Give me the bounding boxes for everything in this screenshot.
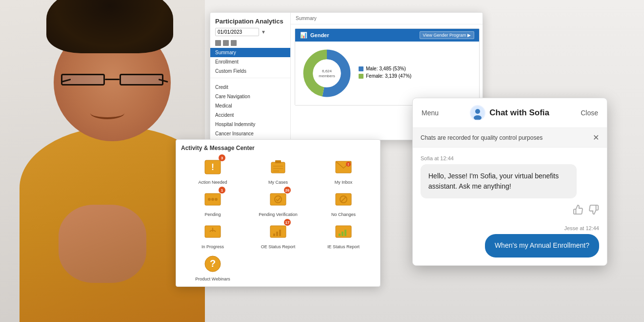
in-progress-label: In Progress bbox=[201, 244, 224, 249]
analytics-nav-custom-fields[interactable]: Custom Fields bbox=[210, 66, 290, 76]
jesse-timestamp: Jesse at 12:44 bbox=[421, 225, 599, 231]
list-item[interactable]: ! My Inbox bbox=[312, 156, 375, 185]
gender-title: Gender bbox=[310, 32, 329, 38]
action-needed-label: Action Needed bbox=[198, 180, 227, 185]
female-label: Female: 3,139 (47%) bbox=[366, 73, 411, 79]
gender-donut-chart: 6,624 members bbox=[300, 46, 354, 100]
activity-grid: ! 3 Action Needed My Cases bbox=[181, 156, 375, 281]
in-progress-icon bbox=[203, 222, 222, 241]
jesse-message-row: When's my Annual Enrollment? bbox=[421, 234, 599, 258]
list-item[interactable]: IE Status Report bbox=[312, 221, 375, 249]
sofia-avatar-icon bbox=[471, 106, 484, 120]
jesse-message-bubble: When's my Annual Enrollment? bbox=[485, 234, 599, 258]
svg-rect-25 bbox=[273, 234, 275, 236]
list-item[interactable]: My Cases bbox=[246, 156, 310, 185]
sofia-avatar bbox=[470, 105, 485, 121]
svg-rect-29 bbox=[339, 234, 341, 236]
my-cases-icon-wrap bbox=[267, 156, 289, 178]
analytics-nav-medical[interactable]: Medical bbox=[210, 101, 290, 110]
nav-separator bbox=[210, 78, 290, 81]
analytics-nav-summary[interactable]: Summary bbox=[210, 48, 290, 57]
oe-status-label: OE Status Report bbox=[261, 244, 296, 249]
sofia-message-bubble: Hello, Jesse! I'm Sofia, your virtual be… bbox=[421, 164, 577, 198]
svg-point-35 bbox=[475, 109, 480, 114]
product-webinars-label: Product Webinars bbox=[195, 277, 230, 281]
my-cases-icon bbox=[268, 157, 288, 177]
svg-rect-6 bbox=[275, 160, 281, 163]
person-hair bbox=[46, 0, 173, 53]
chat-notice-close-button[interactable]: ✕ bbox=[593, 133, 599, 142]
chat-close-button[interactable]: Close bbox=[581, 109, 598, 117]
bar-chart-icon: 📊 bbox=[300, 32, 307, 39]
analytics-date-dropdown[interactable]: ▼ bbox=[261, 29, 266, 35]
gender-header: 📊 Gender View Gender Program ▶ bbox=[295, 29, 479, 42]
chat-header: Menu Chat with Sofia Close bbox=[413, 98, 607, 128]
svg-rect-5 bbox=[271, 162, 285, 173]
pending-verification-badge: 26 bbox=[284, 187, 291, 193]
inbox-icon-wrap: ! bbox=[333, 156, 354, 178]
pending-badge: 1 bbox=[219, 187, 225, 193]
pending-verification-label: Pending Verification bbox=[259, 212, 298, 217]
svg-rect-30 bbox=[342, 232, 343, 236]
ie-status-report-icon bbox=[334, 222, 353, 241]
product-webinars-icon: ? bbox=[203, 254, 222, 274]
toolbar-icon-2[interactable] bbox=[223, 40, 229, 46]
analytics-nav: Participation Analytics ▼ Summary Enroll… bbox=[210, 13, 291, 140]
thumbs-down-button[interactable] bbox=[588, 204, 599, 217]
list-item[interactable]: ! 3 Action Needed bbox=[181, 156, 244, 185]
thumbs-up-button[interactable] bbox=[573, 204, 584, 217]
analytics-date-input[interactable] bbox=[215, 28, 259, 36]
pending-verification-icon-wrap: 26 bbox=[267, 189, 289, 210]
list-item[interactable]: 17 OE Status Report bbox=[246, 221, 310, 249]
pending-label: Pending bbox=[204, 212, 221, 217]
action-needed-icon-wrap: ! 3 bbox=[202, 156, 223, 178]
male-dot bbox=[359, 66, 363, 71]
toolbar-icon-3[interactable] bbox=[231, 40, 237, 46]
analytics-nav-care-navigation[interactable]: Care Navigation bbox=[210, 92, 290, 101]
list-item[interactable]: 26 Pending Verification bbox=[246, 189, 310, 217]
no-changes-label: No Changes bbox=[331, 212, 356, 217]
legend-male: Male: 3,485 (53%) bbox=[359, 66, 411, 71]
activity-panel: Activity & Message Center ! 3 Action Nee… bbox=[176, 139, 381, 287]
analytics-nav-credit[interactable]: Credit bbox=[210, 83, 290, 92]
ie-status-label: IE Status Report bbox=[327, 244, 360, 249]
chat-menu-button[interactable]: Menu bbox=[422, 109, 439, 117]
chat-notice-text: Chats are recorded for quality control p… bbox=[421, 134, 543, 141]
analytics-nav-cancer-ins[interactable]: Cancer Insurance bbox=[210, 129, 290, 138]
pending-icon-wrap: 1 bbox=[202, 189, 223, 210]
svg-rect-31 bbox=[344, 230, 346, 236]
svg-point-15 bbox=[211, 198, 214, 201]
analytics-nav-hospital[interactable]: Hospital Indemnity bbox=[210, 120, 290, 129]
list-item[interactable]: ? Product Webinars bbox=[181, 253, 244, 281]
action-needed-badge: 3 bbox=[219, 154, 225, 161]
analytics-title: Participation Analytics bbox=[210, 18, 290, 28]
svg-rect-17 bbox=[270, 193, 286, 205]
my-cases-label: My Cases bbox=[268, 180, 288, 185]
inbox-icon: ! bbox=[334, 157, 353, 177]
svg-text:!: ! bbox=[211, 162, 214, 172]
toolbar-icon-1[interactable] bbox=[215, 40, 221, 46]
oe-status-badge: 17 bbox=[284, 219, 291, 226]
ie-status-report-icon-wrap bbox=[333, 221, 354, 242]
thumbs-up-icon bbox=[573, 204, 584, 215]
list-item[interactable]: In Progress bbox=[181, 221, 244, 249]
svg-rect-26 bbox=[276, 232, 278, 236]
gender-legend: Male: 3,485 (53%) Female: 3,139 (47%) bbox=[359, 66, 411, 81]
sofia-timestamp: Sofia at 12:44 bbox=[421, 155, 599, 161]
product-webinars-icon-wrap: ? bbox=[202, 253, 223, 275]
view-gender-button[interactable]: View Gender Program ▶ bbox=[420, 31, 474, 39]
person-smile bbox=[90, 107, 124, 119]
svg-rect-27 bbox=[279, 230, 281, 236]
analytics-right-header: Summary bbox=[291, 13, 483, 24]
no-changes-icon-wrap bbox=[333, 189, 354, 210]
list-item[interactable]: 1 Pending bbox=[181, 189, 244, 217]
analytics-nav-enrollment[interactable]: Enrollment bbox=[210, 57, 290, 66]
gender-header-left: 📊 Gender bbox=[300, 32, 329, 39]
analytics-nav-accident[interactable]: Accident bbox=[210, 110, 290, 120]
svg-point-14 bbox=[208, 198, 211, 201]
thumbs-down-icon bbox=[588, 204, 599, 215]
person-glasses bbox=[61, 74, 168, 87]
list-item[interactable]: No Changes bbox=[312, 189, 375, 217]
female-dot bbox=[359, 74, 363, 79]
male-label: Male: 3,485 (53%) bbox=[366, 66, 406, 71]
